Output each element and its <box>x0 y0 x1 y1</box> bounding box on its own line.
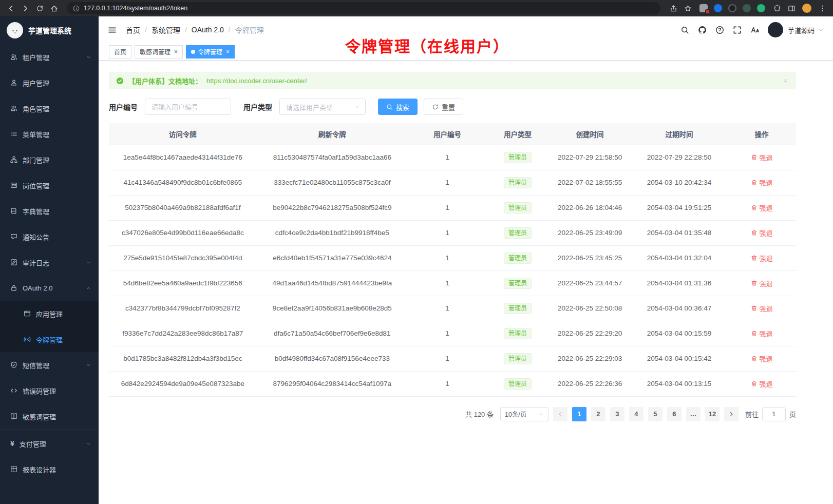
sidebar-item-label: 字典管理 <box>23 206 91 216</box>
force-logout-button[interactable]: 强退 <box>751 278 773 288</box>
pagination-page-button[interactable]: 2 <box>591 407 605 421</box>
user-id-cell: 1 <box>445 279 449 287</box>
user-type-badge: 管理员 <box>504 227 532 239</box>
extension-icon[interactable] <box>699 4 708 12</box>
browser-back-button[interactable] <box>4 2 17 15</box>
pagination-page-button[interactable]: 3 <box>610 407 624 421</box>
sidebar-item[interactable]: 应用管理 <box>0 301 99 326</box>
collapse-sidebar-button[interactable] <box>108 26 117 34</box>
site-info-icon[interactable] <box>73 5 80 12</box>
force-logout-button[interactable]: 强退 <box>751 178 773 187</box>
sidebar-item[interactable]: ¥支付管理 <box>0 431 99 456</box>
sidebar-item[interactable]: 岗位管理 <box>0 172 99 198</box>
sidebar-item[interactable]: 令牌管理 <box>0 326 99 352</box>
kebab-menu-icon <box>819 5 826 12</box>
force-logout-button[interactable]: 强退 <box>751 354 773 363</box>
page-size-select[interactable]: 10条/页 <box>500 407 548 421</box>
browser-share-button[interactable] <box>667 2 680 15</box>
browser-reload-button[interactable] <box>33 2 46 15</box>
force-logout-button[interactable]: 强退 <box>751 152 773 162</box>
expire-time-cell: 2054-03-04 00:36:47 <box>647 304 711 312</box>
refresh-token-cell: 9ce8ef2aa9f14056b831ae9b608e28d5 <box>273 304 392 312</box>
user-id-cell: 1 <box>445 229 449 237</box>
sidebar-item[interactable]: 用户管理 <box>0 70 99 95</box>
sidebar-item[interactable]: 菜单管理 <box>0 121 99 147</box>
reset-button[interactable]: 重置 <box>424 99 463 115</box>
app-logo[interactable]: 芋道管理系统 <box>0 16 99 44</box>
sidebar-item[interactable]: 错误码管理 <box>0 378 99 403</box>
sidebar-item[interactable]: 短信管理 <box>0 352 99 378</box>
tab-close-icon[interactable]: × <box>174 49 178 55</box>
extension-icon[interactable] <box>743 4 751 12</box>
user-type-select[interactable]: 请选择用户类型 <box>279 99 366 115</box>
force-logout-button[interactable]: 强退 <box>751 328 773 338</box>
browser-home-button[interactable] <box>47 2 61 15</box>
lock-icon <box>10 284 17 292</box>
breadcrumb-item[interactable]: 首页 <box>126 25 140 35</box>
refresh-token-cell: e6cfd40eb1f54571a31e775e039c4624 <box>273 254 391 262</box>
pagination-page-button[interactable]: 12 <box>705 407 720 421</box>
sidebar-item[interactable]: OAuth 2.0 <box>0 275 99 301</box>
breadcrumb-item[interactable]: OAuth 2.0 <box>192 26 224 34</box>
tab-close-icon[interactable]: × <box>226 49 230 55</box>
force-logout-button[interactable]: 强退 <box>751 253 773 263</box>
browser-forward-button[interactable] <box>18 2 32 15</box>
user-id-input[interactable] <box>145 99 231 115</box>
sidebar-item[interactable]: 字典管理 <box>0 198 99 224</box>
user-type-placeholder: 请选择用户类型 <box>286 102 333 112</box>
created-time-cell: 2022-06-25 22:26:36 <box>558 380 622 387</box>
browser-address-bar[interactable]: 127.0.0.1:1024/system/oauth2/token <box>67 2 660 14</box>
user-name[interactable]: 芋道源码 <box>788 25 815 35</box>
breadcrumb-item[interactable]: 系统管理 <box>152 25 180 35</box>
fullscreen-icon[interactable] <box>733 26 742 34</box>
pagination-total: 共 120 条 <box>465 409 494 419</box>
sidebar-item[interactable]: 报表设计器 <box>0 456 99 482</box>
force-logout-button[interactable]: 强退 <box>751 379 773 389</box>
tab-item[interactable]: 令牌管理× <box>186 45 235 59</box>
sidebar-item[interactable]: 部门管理 <box>0 147 99 172</box>
sidebar-item[interactable]: 通知公告 <box>0 224 99 249</box>
help-icon[interactable] <box>715 26 724 34</box>
success-check-icon <box>116 77 124 85</box>
alert-close-icon[interactable] <box>782 77 789 84</box>
pagination-page-button[interactable]: 6 <box>667 407 681 421</box>
sidebar-item[interactable]: 审计日志 <box>0 249 99 275</box>
force-logout-button[interactable]: 强退 <box>751 203 773 212</box>
force-logout-button[interactable]: 强退 <box>751 303 773 313</box>
tab-item[interactable]: 敏感词管理× <box>135 45 183 59</box>
browser-extensions-button[interactable] <box>770 2 784 15</box>
sidebar-item[interactable]: 租户管理 <box>0 44 99 70</box>
pagination-page-button[interactable]: 1 <box>572 407 586 421</box>
tab-item[interactable]: 首页 <box>109 45 131 59</box>
pagination-page-button[interactable]: 4 <box>629 407 643 421</box>
pagination-prev-button[interactable] <box>553 407 567 421</box>
font-size-icon[interactable] <box>750 26 759 34</box>
code-icon <box>10 387 17 394</box>
created-time-cell: 2022-07-29 21:58:50 <box>558 153 622 161</box>
extension-icon[interactable] <box>714 4 722 12</box>
extension-icon[interactable] <box>728 4 736 12</box>
user-avatar[interactable] <box>768 22 783 37</box>
browser-bookmark-button[interactable] <box>681 2 694 15</box>
extension-icon[interactable] <box>757 4 765 12</box>
chevron-left-icon <box>557 411 563 417</box>
browser-sidepanel-button[interactable] <box>785 2 798 15</box>
created-time-cell: 2022-06-25 23:44:57 <box>558 279 622 287</box>
sidebar-item[interactable]: 敏感词管理 <box>0 403 99 429</box>
pagination-page-button[interactable]: 5 <box>648 407 662 421</box>
pagination-next-button[interactable] <box>724 407 739 421</box>
refresh-token-cell: 333ecfc71e02480cb11055c875c3ca0f <box>274 179 390 186</box>
force-logout-button[interactable]: 强退 <box>751 228 773 238</box>
created-time-cell: 2022-07-02 18:55:55 <box>558 179 622 186</box>
chevron-down-icon[interactable] <box>818 27 824 33</box>
goto-page-input[interactable] <box>762 407 786 421</box>
browser-menu-button[interactable] <box>816 2 829 15</box>
pagination-more-button[interactable]: … <box>686 407 701 421</box>
access-token-cell: f9336e7c7dd242a283ee98dc86b17a87 <box>122 329 243 337</box>
doc-link[interactable]: https://doc.iocoder.cn/user-center/ <box>206 77 307 85</box>
sidebar-item[interactable]: 角色管理 <box>0 95 99 121</box>
search-icon[interactable] <box>680 26 689 34</box>
search-button[interactable]: 搜索 <box>378 99 418 115</box>
github-icon[interactable] <box>698 26 707 34</box>
browser-profile-avatar[interactable] <box>802 4 811 13</box>
